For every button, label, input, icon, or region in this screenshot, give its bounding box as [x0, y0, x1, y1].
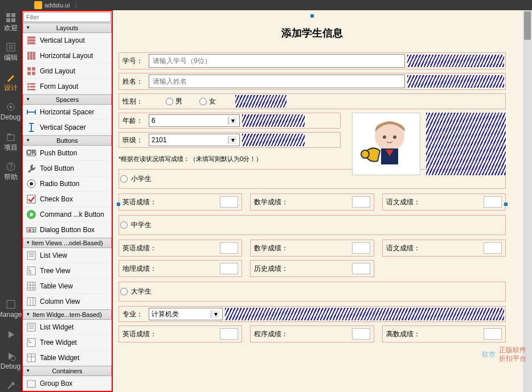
sex-male-radio[interactable]: 男 — [166, 97, 182, 106]
widget-section-header[interactable]: Containers — [23, 366, 112, 376]
mode-edit[interactable]: 编辑 — [4, 42, 18, 61]
stage-middle-radio[interactable]: 中学生 — [118, 215, 506, 235]
widget-icon — [26, 81, 36, 92]
widget-item[interactable]: List Widget — [23, 320, 112, 335]
spacer-icon — [407, 75, 504, 88]
row-major: 专业： 计算机类▾ — [118, 306, 506, 322]
widget-label: Horizontal Layout — [40, 52, 93, 60]
class-combo[interactable]: 2101▾ — [149, 134, 240, 146]
age-combo[interactable]: 6▾ — [149, 114, 240, 127]
widget-icon — [26, 281, 36, 291]
mode-welcome[interactable]: 欢迎 — [4, 13, 18, 32]
score-input[interactable] — [484, 242, 502, 254]
score-input[interactable] — [484, 196, 502, 208]
mode-build[interactable] — [6, 381, 16, 392]
widget-item[interactable]: Horizontal Layout — [23, 48, 112, 64]
svg-rect-21 — [33, 52, 35, 60]
stage-college-radio[interactable]: 大学生 — [118, 282, 506, 302]
score-input[interactable] — [352, 196, 370, 208]
svg-rect-65 — [27, 381, 35, 387]
widget-section-header[interactable]: Item Widge...tem-Based) — [23, 310, 112, 320]
chevron-down-icon: ▾ — [228, 117, 237, 125]
id-input[interactable] — [149, 54, 405, 68]
widget-item[interactable]: Dialog Button Box — [23, 222, 112, 238]
widget-icon — [26, 353, 36, 363]
score-input[interactable] — [220, 328, 238, 340]
svg-point-68 — [383, 135, 386, 139]
svg-text:?: ? — [9, 163, 13, 171]
widget-item[interactable]: Command ...k Button — [23, 207, 112, 222]
widget-item[interactable]: Check Box — [23, 192, 112, 207]
svg-rect-26 — [27, 83, 30, 85]
top-toolbar: addstu.ui — [0, 0, 532, 10]
widget-item[interactable]: Vertical Layout — [23, 33, 112, 48]
row-age: 年龄： 6▾ — [118, 113, 341, 129]
widget-item[interactable]: Form Layout — [23, 79, 112, 94]
widget-section-header[interactable]: Spacers — [23, 94, 112, 105]
mode-projects[interactable]: 项目 — [4, 132, 18, 151]
widget-item[interactable]: Tool Button — [23, 161, 112, 176]
resize-handle[interactable] — [117, 203, 120, 206]
score-input[interactable] — [484, 328, 502, 340]
score-input[interactable] — [352, 263, 370, 274]
score-input[interactable] — [220, 242, 238, 254]
mode-run[interactable] — [6, 329, 16, 341]
widget-item[interactable]: Vertical Spacer — [23, 120, 112, 135]
major-label: 专业： — [120, 310, 149, 319]
mode-design[interactable]: 设计 — [4, 72, 18, 92]
sex-female-radio[interactable]: 女 — [199, 97, 216, 106]
score-input[interactable] — [220, 263, 238, 274]
widget-item[interactable]: Table View — [23, 279, 112, 294]
score-input[interactable] — [352, 328, 370, 340]
score-en2: 英语成绩： — [118, 240, 242, 257]
widget-item[interactable]: Table Widget — [23, 350, 112, 366]
widget-icon — [26, 163, 36, 174]
widget-item[interactable]: List View — [23, 248, 112, 263]
score-input[interactable] — [220, 196, 238, 208]
widget-label: List Widget — [40, 323, 73, 331]
svg-rect-52 — [27, 298, 35, 306]
widget-item[interactable]: Tree View — [23, 263, 112, 279]
widget-item[interactable]: Grid Layout — [23, 64, 112, 79]
widget-section-header[interactable]: Item Views ...odel-Based) — [23, 238, 112, 248]
widget-section-header[interactable]: Buttons — [23, 135, 112, 146]
svg-rect-10 — [7, 135, 14, 141]
svg-rect-1 — [11, 13, 15, 17]
svg-rect-16 — [27, 36, 35, 39]
svg-rect-55 — [27, 323, 35, 331]
row-student-id: 学号： — [118, 52, 506, 69]
file-icon — [34, 1, 42, 9]
widget-item[interactable]: Horizontal Spacer — [23, 105, 112, 120]
mode-help[interactable]: ?帮助 — [4, 162, 18, 181]
widget-icon — [26, 51, 36, 61]
widget-item[interactable]: Group Box — [23, 376, 112, 391]
svg-point-15 — [11, 356, 15, 361]
mode-debug[interactable]: Debug — [1, 102, 21, 121]
design-canvas[interactable]: 添加学生信息 学号： 姓名： 性别： 男 女 年龄： 6▾ — [113, 10, 532, 392]
widget-item[interactable]: OKPush Button — [23, 146, 112, 161]
form-root[interactable]: 添加学生信息 学号： 姓名： 性别： 男 女 年龄： 6▾ — [118, 16, 506, 392]
svg-text:OK: OK — [26, 148, 36, 156]
mode-debug-run[interactable]: Debug — [1, 351, 21, 370]
widget-section-header[interactable]: Layouts — [23, 23, 112, 33]
widget-item[interactable]: Column View — [23, 294, 112, 310]
name-input[interactable] — [149, 75, 405, 88]
widget-item[interactable]: Tree Widget — [23, 335, 112, 350]
score-cn2: 语文成绩： — [382, 240, 506, 257]
widget-icon — [26, 296, 36, 307]
class-label: 班级： — [120, 135, 149, 145]
svg-rect-0 — [6, 13, 10, 17]
score-input[interactable] — [352, 242, 370, 254]
widget-filter-input[interactable] — [23, 12, 111, 22]
resize-handle[interactable] — [310, 14, 314, 18]
widget-icon — [26, 378, 36, 389]
major-combo[interactable]: 计算机类▾ — [149, 308, 223, 320]
resize-handle[interactable] — [504, 203, 508, 206]
widget-list[interactable]: LayoutsVertical LayoutHorizontal LayoutG… — [23, 23, 112, 391]
widget-icon — [26, 209, 36, 220]
widget-label: Tree Widget — [40, 339, 77, 346]
scrollbar-vertical[interactable] — [523, 10, 532, 392]
widget-item[interactable]: Radio Button — [23, 176, 112, 192]
mode-manager[interactable]: Manager — [0, 299, 24, 319]
svg-rect-31 — [30, 89, 35, 90]
